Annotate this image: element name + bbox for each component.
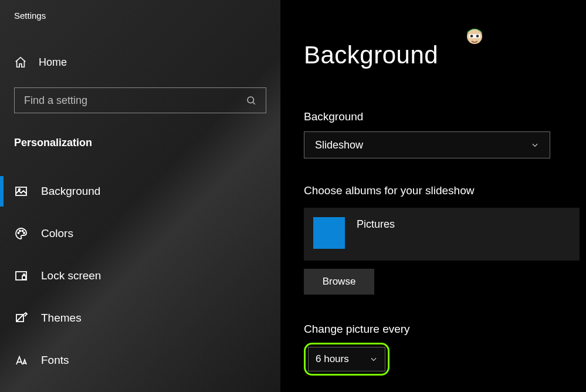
svg-point-0 (248, 97, 254, 103)
change-picture-dropdown[interactable]: 6 hours (308, 347, 385, 371)
svg-point-3 (19, 189, 21, 191)
svg-rect-9 (22, 276, 26, 279)
svg-point-17 (476, 35, 479, 38)
album-tile[interactable]: Pictures (304, 208, 580, 261)
sidebar-item-fonts[interactable]: Fonts (0, 339, 280, 381)
sidebar-item-label: Colors (41, 227, 73, 240)
search-icon (246, 95, 256, 106)
sidebar-item-background[interactable]: Background (0, 170, 280, 212)
main-panel: Background Background Slideshow Choose a… (280, 0, 586, 392)
sidebar-item-themes[interactable]: Themes (0, 297, 280, 339)
album-name: Pictures (357, 217, 395, 249)
home-label: Home (39, 56, 67, 69)
album-thumbnail (313, 217, 345, 249)
svg-line-11 (16, 315, 23, 322)
chevron-down-icon (531, 141, 539, 149)
svg-rect-2 (16, 187, 26, 195)
sidebar: Settings Home Personaliz (0, 0, 280, 392)
svg-point-16 (470, 35, 473, 38)
picture-icon (14, 184, 28, 198)
svg-line-1 (253, 102, 255, 104)
albums-label: Choose albums for your slideshow (304, 184, 586, 197)
svg-point-7 (23, 232, 25, 234)
svg-point-4 (18, 232, 19, 234)
search-box[interactable] (14, 87, 266, 113)
app-title: Settings (0, 11, 280, 21)
sidebar-item-label: Fonts (41, 354, 69, 367)
sidebar-item-colors[interactable]: Colors (0, 212, 280, 255)
search-input[interactable] (24, 94, 246, 107)
sidebar-item-label: Background (41, 185, 100, 198)
change-picture-label: Change picture every (304, 323, 586, 336)
home-icon (14, 56, 27, 69)
category-title: Personalization (0, 137, 280, 149)
sidebar-item-label: Lock screen (41, 269, 101, 282)
page-title: Background (304, 41, 586, 69)
change-picture-value: 6 hours (316, 353, 349, 365)
svg-point-5 (19, 230, 21, 231)
lock-screen-icon (14, 269, 28, 283)
sidebar-item-label: Themes (41, 312, 82, 325)
sidebar-item-lock-screen[interactable]: Lock screen (0, 255, 280, 297)
browse-button[interactable]: Browse (304, 269, 374, 295)
background-field-label: Background (304, 110, 586, 123)
chevron-down-icon (370, 355, 378, 363)
fonts-icon (14, 353, 28, 367)
home-link[interactable]: Home (0, 56, 280, 69)
avatar (463, 23, 486, 47)
svg-point-6 (22, 230, 23, 231)
background-dropdown[interactable]: Slideshow (304, 131, 550, 158)
themes-icon (14, 311, 28, 325)
change-picture-highlight: 6 hours (304, 343, 389, 376)
background-dropdown-value: Slideshow (315, 139, 363, 151)
palette-icon (14, 227, 28, 241)
